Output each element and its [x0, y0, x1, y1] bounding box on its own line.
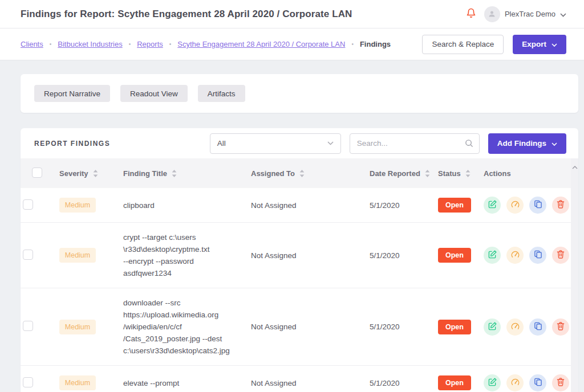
breadcrumb-link-reports[interactable]: Reports	[137, 40, 163, 48]
severity-badge: Medium	[59, 248, 96, 263]
sort-icon	[172, 170, 177, 177]
edit-finding-button[interactable]	[484, 318, 501, 336]
status-badge: Open	[438, 320, 471, 334]
gauge-icon	[511, 322, 520, 332]
findings-toolbar: REPORT FINDINGS All Add Findings	[21, 128, 578, 158]
add-findings-label: Add Findings	[497, 139, 546, 148]
date-reported: 5/1/2020	[367, 322, 436, 331]
column-header-finding-title[interactable]: Finding Title	[121, 169, 249, 178]
column-header-status[interactable]: Status	[436, 169, 481, 178]
column-header-date-reported[interactable]: Date Reported	[367, 169, 436, 178]
score-finding-button[interactable]	[506, 197, 524, 214]
row-checkbox[interactable]	[23, 250, 33, 260]
row-checkbox[interactable]	[23, 321, 33, 331]
delete-finding-button[interactable]	[552, 247, 569, 264]
edit-icon	[488, 200, 497, 210]
delete-finding-button[interactable]	[552, 197, 569, 214]
select-all-checkbox[interactable]	[32, 168, 42, 178]
gauge-icon	[511, 200, 520, 210]
bell-icon	[466, 7, 476, 21]
table-row: Medium downloader --src https://upload.w…	[21, 288, 571, 366]
vertical-scrollbar[interactable]	[571, 158, 578, 392]
user-menu[interactable]: PlexTrac Demo	[484, 6, 566, 22]
findings-table: Severity Finding Title Assigned To Date …	[21, 158, 571, 392]
finding-title: clipboard	[123, 201, 155, 210]
user-avatar	[484, 6, 500, 22]
findings-table-body: Medium clipboard Not Assigned 5/1/2020 O…	[21, 188, 571, 392]
edit-icon	[488, 322, 497, 332]
search-input[interactable]	[350, 133, 480, 154]
export-button[interactable]: Export	[513, 35, 566, 54]
tab-artifacts[interactable]: Artifacts	[198, 85, 245, 102]
row-checkbox[interactable]	[23, 377, 33, 387]
assigned-to: Not Assigned	[249, 251, 367, 260]
finding-title: crypt --target c:\users \r33d\desktop\cr…	[123, 233, 210, 277]
row-checkbox[interactable]	[23, 199, 33, 210]
copy-finding-button[interactable]	[529, 247, 546, 264]
search-icon	[465, 139, 473, 150]
breadcrumb-current: Findings	[360, 40, 391, 48]
copy-finding-button[interactable]	[529, 197, 546, 214]
copy-finding-button[interactable]	[529, 374, 546, 391]
chevron-down-icon	[551, 139, 557, 148]
notifications-button[interactable]	[466, 7, 476, 21]
breadcrumb-separator: •	[129, 41, 131, 47]
severity-filter-value: All	[217, 139, 226, 148]
tab-readout-view[interactable]: Readout View	[120, 85, 188, 102]
finding-title: elevate --prompt	[123, 379, 179, 387]
assigned-to: Not Assigned	[249, 201, 367, 210]
status-badge: Open	[438, 248, 471, 263]
score-finding-button[interactable]	[506, 247, 524, 264]
add-findings-button[interactable]: Add Findings	[488, 133, 566, 154]
copy-icon	[534, 322, 542, 332]
chevron-down-icon	[327, 141, 334, 145]
trash-icon	[557, 322, 565, 332]
edit-finding-button[interactable]	[484, 247, 501, 264]
sort-icon	[93, 170, 98, 177]
copy-finding-button[interactable]	[529, 318, 546, 336]
edit-finding-button[interactable]	[484, 197, 501, 214]
copy-icon	[534, 200, 542, 210]
status-badge: Open	[438, 198, 471, 213]
breadcrumb-separator: •	[169, 41, 172, 47]
breadcrumb-link-clients[interactable]: Clients	[21, 40, 43, 48]
sort-icon	[425, 170, 430, 177]
score-finding-button[interactable]	[506, 318, 524, 336]
severity-filter-select[interactable]: All	[210, 133, 341, 154]
finding-title: downloader --src https://upload.wikimedi…	[123, 299, 230, 355]
scroll-up-icon	[572, 161, 578, 172]
status-badge: Open	[438, 375, 471, 390]
breadcrumb-separator: •	[351, 41, 354, 47]
chevron-down-icon	[551, 40, 557, 48]
table-row: Medium crypt --target c:\users \r33d\des…	[21, 223, 571, 288]
trash-icon	[557, 378, 565, 388]
column-header-severity[interactable]: Severity	[57, 169, 121, 178]
edit-finding-button[interactable]	[484, 374, 501, 391]
assigned-to: Not Assigned	[249, 322, 367, 331]
gauge-icon	[511, 378, 520, 388]
export-button-label: Export	[522, 40, 546, 48]
copy-icon	[534, 250, 542, 260]
breadcrumb-link-report[interactable]: Scythe Engagement 28 April 2020 / Corpor…	[177, 40, 345, 48]
delete-finding-button[interactable]	[552, 318, 569, 336]
copy-icon	[534, 378, 542, 388]
score-finding-button[interactable]	[506, 374, 524, 391]
table-row: Medium elevate --prompt Not Assigned 5/1…	[21, 366, 571, 392]
top-header: Findings for Report: Scythe Engagement 2…	[0, 0, 584, 28]
table-row: Medium clipboard Not Assigned 5/1/2020 O…	[21, 188, 571, 223]
column-header-actions: Actions	[481, 169, 571, 178]
breadcrumb-link-client[interactable]: Bitbucket Industries	[58, 40, 122, 48]
search-replace-button[interactable]: Search & Replace	[422, 35, 504, 54]
chevron-down-icon	[560, 9, 566, 19]
date-reported: 5/1/2020	[367, 379, 436, 387]
tab-report-narrative[interactable]: Report Narrative	[34, 85, 110, 102]
date-reported: 5/1/2020	[367, 201, 436, 210]
trash-icon	[557, 200, 565, 210]
column-header-assigned-to[interactable]: Assigned To	[249, 169, 367, 178]
breadcrumb-separator: •	[50, 41, 52, 47]
report-findings-card: REPORT FINDINGS All Add Findings	[21, 128, 578, 392]
delete-finding-button[interactable]	[552, 374, 569, 391]
severity-badge: Medium	[59, 320, 96, 334]
severity-badge: Medium	[59, 375, 96, 390]
date-reported: 5/1/2020	[367, 251, 436, 260]
